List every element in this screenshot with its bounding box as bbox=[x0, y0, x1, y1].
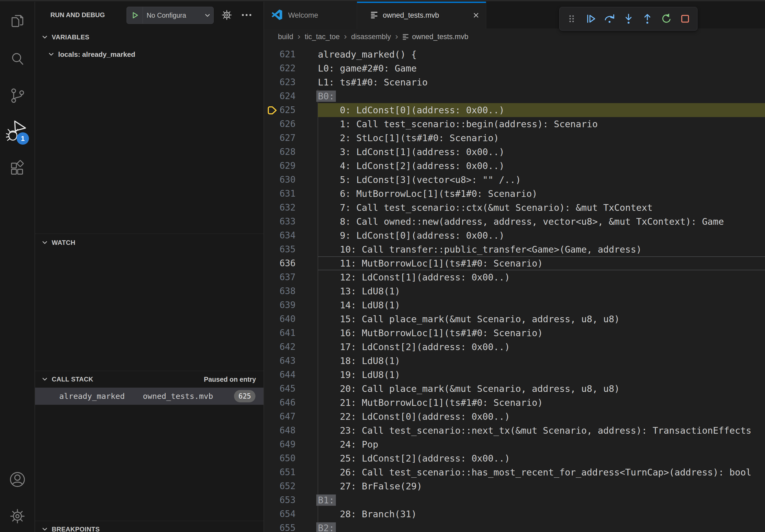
code-line[interactable]: 643 18: LdU8(1) bbox=[265, 354, 765, 368]
gutter-marker-slot bbox=[265, 131, 280, 145]
breadcrumb-item[interactable]: tic_tac_toe bbox=[305, 33, 340, 41]
code-line[interactable]: 624B0: bbox=[265, 89, 765, 103]
debug-continue-icon[interactable] bbox=[582, 10, 599, 27]
gutter-marker-slot bbox=[265, 298, 280, 312]
debug-step-over-icon[interactable] bbox=[601, 10, 618, 27]
tab-welcome[interactable]: Welcome bbox=[265, 2, 357, 29]
line-number: 645 bbox=[280, 382, 293, 396]
more-actions-icon[interactable] bbox=[239, 2, 254, 28]
line-number: 628 bbox=[280, 145, 293, 159]
line-text: L0: game#2#0: Game bbox=[318, 61, 765, 75]
start-debugging-icon[interactable] bbox=[127, 7, 143, 24]
gutter-marker-slot bbox=[265, 340, 280, 354]
code-line[interactable]: 640 15: Call place_mark(&mut Scenario, a… bbox=[265, 312, 765, 326]
code-line[interactable]: 644 19: LdU8(1) bbox=[265, 368, 765, 382]
frame-file-name: owned_tests.mvb bbox=[143, 392, 213, 401]
debug-restart-icon[interactable] bbox=[658, 10, 675, 27]
code-line[interactable]: 654 28: Branch(31) bbox=[265, 507, 765, 521]
code-line[interactable]: 623L1: ts#1#0: Scenario bbox=[265, 75, 765, 89]
tab-label: Welcome bbox=[288, 11, 318, 20]
line-text: 16: MutBorrowLoc[1](ts#1#0: Scenario) bbox=[318, 326, 765, 340]
close-tab-icon[interactable] bbox=[470, 10, 482, 21]
code-line[interactable]: 635 10: Call transfer::public_transfer<G… bbox=[265, 242, 765, 256]
gutter-marker-slot bbox=[265, 47, 280, 61]
activity-item-extensions[interactable] bbox=[0, 153, 35, 185]
section-call-stack[interactable]: CALL STACK Paused on entry bbox=[35, 371, 264, 387]
current-frame-marker-icon[interactable] bbox=[265, 103, 280, 117]
breadcrumb-file[interactable]: owned_tests.mvb bbox=[412, 33, 468, 41]
section-watch[interactable]: WATCH bbox=[35, 234, 264, 251]
toolbar-drag-handle[interactable] bbox=[563, 10, 580, 27]
code-editor[interactable]: 621already_marked() {622L0: game#2#0: Ga… bbox=[265, 45, 765, 532]
activity-item-search[interactable] bbox=[0, 43, 35, 76]
breadcrumb-item[interactable]: build bbox=[278, 33, 293, 41]
activity-item-settings[interactable] bbox=[0, 501, 35, 532]
line-number: 636 bbox=[280, 256, 293, 270]
code-line[interactable]: 621already_marked() { bbox=[265, 47, 765, 61]
code-line[interactable]: 649 24: Pop bbox=[265, 437, 765, 451]
code-line[interactable]: 645 20: Call place_mark(&mut Scenario, a… bbox=[265, 382, 765, 396]
code-line[interactable]: 634 9: LdConst[0](address: 0x00..) bbox=[265, 228, 765, 242]
chevron-right-icon: › bbox=[298, 31, 301, 41]
line-text: 13: LdU8(1) bbox=[318, 284, 765, 298]
tab-label: owned_tests.mvb bbox=[383, 11, 439, 20]
gutter-marker-slot bbox=[265, 521, 280, 532]
code-line[interactable]: 625 0: LdConst[0](address: 0x00..) bbox=[265, 103, 765, 117]
debug-config-dropdown[interactable]: No Configura bbox=[127, 7, 214, 24]
code-line[interactable]: 622L0: game#2#0: Game bbox=[265, 61, 765, 75]
code-line[interactable]: 641 16: MutBorrowLoc[1](ts#1#0: Scenario… bbox=[265, 326, 765, 340]
debug-session-badge: 1 bbox=[17, 132, 29, 145]
section-variables[interactable]: VARIABLES bbox=[35, 28, 264, 46]
debug-stop-icon[interactable] bbox=[677, 10, 693, 27]
debug-toolbar bbox=[559, 7, 697, 31]
debug-step-into-icon[interactable] bbox=[620, 10, 637, 27]
line-text: 12: LdConst[1](address: 0x00..) bbox=[318, 270, 765, 284]
line-text: 5: LdConst[3](vector<u8>: "" /..) bbox=[318, 173, 765, 187]
debug-gear-icon[interactable] bbox=[221, 2, 233, 28]
code-line[interactable]: 636 11: MutBorrowLoc[1](ts#1#0: Scenario… bbox=[265, 256, 765, 270]
code-line[interactable]: 651 26: Call test_scenario::has_most_rec… bbox=[265, 465, 765, 479]
line-text: 19: LdU8(1) bbox=[318, 368, 765, 382]
activity-item-run-and-debug[interactable]: 1 bbox=[0, 116, 35, 148]
code-line[interactable]: 646 21: MutBorrowLoc[1](ts#1#0: Scenario… bbox=[265, 396, 765, 409]
code-line[interactable]: 628 3: LdConst[1](address: 0x00..) bbox=[265, 145, 765, 159]
code-line[interactable]: 655B2: bbox=[265, 521, 765, 532]
line-number: 623 bbox=[280, 75, 293, 89]
code-line[interactable]: 653B1: bbox=[265, 493, 765, 507]
breadcrumb: build › tic_tac_toe › disassembly › owne… bbox=[265, 29, 765, 45]
line-text: 28: Branch(31) bbox=[318, 507, 765, 521]
line-text: 20: Call place_mark(&mut Scenario, addre… bbox=[318, 382, 765, 396]
code-line[interactable]: 650 25: LdConst[2](address: 0x00..) bbox=[265, 451, 765, 465]
code-line[interactable]: 631 6: MutBorrowLoc[1](ts#1#0: Scenario) bbox=[265, 187, 765, 201]
variables-scope-row[interactable]: locals: already_marked bbox=[35, 47, 264, 62]
disassembly-file-icon bbox=[371, 11, 379, 20]
activity-item-explorer[interactable] bbox=[0, 5, 35, 38]
code-line[interactable]: 630 5: LdConst[3](vector<u8>: "" /..) bbox=[265, 173, 765, 187]
activity-item-accounts[interactable] bbox=[0, 464, 35, 496]
code-line[interactable]: 648 23: Call test_scenario::next_tx(&mut… bbox=[265, 423, 765, 437]
code-line[interactable]: 652 27: BrFalse(29) bbox=[265, 479, 765, 493]
code-line[interactable]: 626 1: Call test_scenario::begin(address… bbox=[265, 117, 765, 131]
code-line[interactable]: 629 4: LdConst[2](address: 0x00..) bbox=[265, 159, 765, 173]
debug-step-out-icon[interactable] bbox=[639, 10, 656, 27]
tab-owned-tests[interactable]: owned_tests.mvb bbox=[357, 2, 486, 29]
gutter-marker-slot bbox=[265, 75, 280, 89]
code-line[interactable]: 627 2: StLoc[1](ts#1#0: Scenario) bbox=[265, 131, 765, 145]
line-number: 640 bbox=[280, 312, 293, 326]
breadcrumb-item[interactable]: disassembly bbox=[351, 33, 391, 41]
code-line[interactable]: 637 12: LdConst[1](address: 0x00..) bbox=[265, 270, 765, 284]
code-line[interactable]: 632 7: Call test_scenario::ctx(&mut Scen… bbox=[265, 201, 765, 215]
section-breakpoints[interactable]: BREAKPOINTS bbox=[35, 521, 264, 532]
line-number: 633 bbox=[280, 215, 293, 228]
code-line[interactable]: 647 22: LdConst[0](address: 0x00..) bbox=[265, 409, 765, 423]
code-line[interactable]: 633 8: Call owned::new(address, address,… bbox=[265, 215, 765, 228]
line-number: 639 bbox=[280, 298, 293, 312]
code-line[interactable]: 642 17: LdConst[2](address: 0x00..) bbox=[265, 340, 765, 354]
call-stack-frame-row[interactable]: already_marked owned_tests.mvb 625 bbox=[35, 388, 264, 405]
chevron-down-icon bbox=[41, 526, 49, 532]
code-line[interactable]: 638 13: LdU8(1) bbox=[265, 284, 765, 298]
line-number: 651 bbox=[280, 465, 293, 479]
line-text: 0: LdConst[0](address: 0x00..) bbox=[318, 103, 765, 117]
code-line[interactable]: 639 14: LdU8(1) bbox=[265, 298, 765, 312]
activity-item-source-control[interactable] bbox=[0, 80, 35, 112]
